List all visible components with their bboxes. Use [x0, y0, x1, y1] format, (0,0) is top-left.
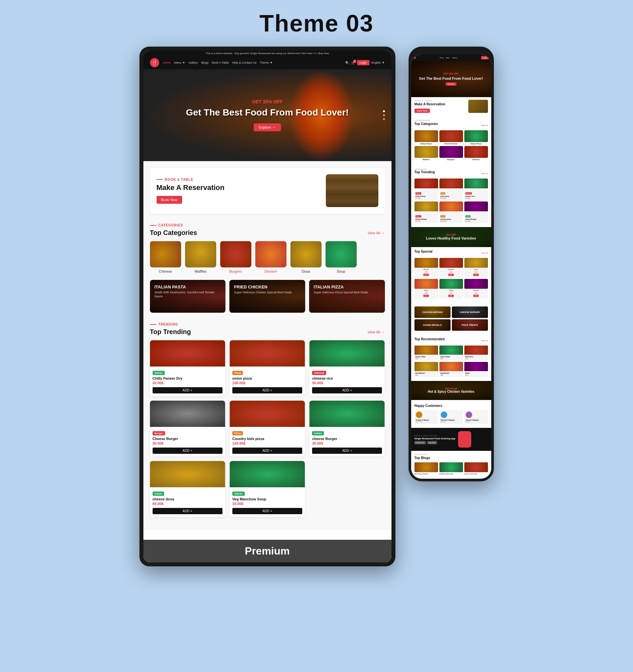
phone-special-add-4[interactable]: ADD — [423, 295, 428, 297]
category-burgers-name: Burgers — [229, 269, 242, 273]
trending-country-pizza-add-button[interactable]: ADD + — [232, 448, 302, 454]
hero-dot-1[interactable] — [383, 110, 385, 112]
nav-home[interactable]: Home — [163, 61, 171, 64]
phone-customer-review-2: Amazing! — [441, 421, 462, 423]
hero-discount-badge: GET 35% OFF — [186, 99, 349, 104]
phone-special-add-2[interactable]: ADD — [448, 274, 453, 276]
trending-onion-pizza-add-button[interactable]: ADD + — [232, 387, 302, 393]
phone-trending-price-2: 100.00$ — [440, 197, 462, 199]
trending-chinese-rice: Chinese chinese rice 50.00$ ADD + — [309, 340, 384, 396]
phone-explore-button[interactable]: Explore — [446, 82, 456, 86]
phone-special-image-3 — [464, 258, 488, 268]
phone-special-item-3: Curry 18$ ADD — [464, 258, 488, 278]
phone-special-add-3[interactable]: ADD — [473, 274, 478, 276]
trending-chilly: Starter Chilly Paneer Dry 20.00$ ADD + — [150, 340, 225, 396]
phone-nav-menu[interactable]: Menu — [446, 57, 450, 59]
phone-notch — [438, 49, 464, 53]
phone-recommended-view-all[interactable]: View All — [481, 340, 488, 342]
phone-category-waffles[interactable]: Waffles — [415, 146, 438, 161]
trending-row3: Indian cheese dosa 60.00$ ADD + Starter … — [150, 461, 385, 517]
nav-gallery[interactable]: Gallery — [188, 61, 198, 64]
featured-pizza[interactable]: ITALIAN PIZZA Super Delicious Pizza Spec… — [309, 280, 385, 313]
category-dosa[interactable]: Dosa — [290, 241, 322, 273]
phone-trending-item-6: Indian cheese Burger 30.00$ — [464, 201, 488, 223]
explore-button[interactable]: Explore → — [254, 123, 281, 131]
phone-special-item-4: Pizza 22$ ADD — [415, 279, 438, 298]
categories-view-all[interactable]: View All → — [368, 231, 384, 235]
trending-cheese-burger2-badge: Indian — [312, 431, 324, 435]
trending-cheese-dosa-add-button[interactable]: ADD + — [153, 508, 222, 514]
phone-r-body-1: Paneer Tikka 25$ — [415, 355, 438, 361]
phone-nav-home[interactable]: Home — [440, 57, 444, 59]
category-burgers[interactable]: Burgers — [220, 241, 251, 273]
phone-blog-1[interactable]: Best Italian Dishes — [415, 462, 438, 475]
phone-category-chicken[interactable]: Fried Chicken — [439, 130, 463, 145]
nav-book-table[interactable]: Book A Table — [212, 61, 229, 64]
trending-cheese-burger-body: Burger Cheese Burger 30.00$ ADD + — [150, 427, 225, 456]
phone-banner-burger[interactable]: CHEESE BURGER — [452, 307, 488, 318]
category-soup[interactable]: Soup — [326, 241, 357, 273]
phone-login-button[interactable]: Login — [481, 56, 488, 59]
nav-help[interactable]: Help & Contact Us — [232, 61, 256, 64]
phone-r-item-6: Kheer 15$ — [464, 362, 488, 377]
main-content: BOOK A TABLE Make A Reservation Book Now… — [143, 161, 392, 530]
phone-r-body-6: Kheer 15$ — [464, 371, 488, 377]
language-selector[interactable]: English ▼ — [372, 61, 385, 64]
phone-special-view-all[interactable]: View All — [481, 252, 488, 254]
trending-cheese-burger2-add-button[interactable]: ADD + — [312, 448, 382, 454]
trending-chilly-add-button[interactable]: ADD + — [153, 387, 222, 393]
featured-pasta[interactable]: ITALIAN PASTA Shells With Mushrooms, Zuc… — [150, 280, 226, 313]
phone-google-play-button[interactable]: Google Play — [415, 441, 426, 444]
phone-special-item-6: Dessert 12$ ADD — [464, 279, 488, 298]
phone-special-add-5[interactable]: ADD — [448, 295, 453, 297]
phone-banner-pizza[interactable]: PIZZA TREATS — [452, 319, 488, 331]
phone-category-pasta[interactable]: Italian Pasta — [415, 130, 438, 145]
nav-blogs[interactable]: Blogs — [201, 61, 209, 64]
phone-book-button[interactable]: Book Now — [415, 109, 430, 113]
trending-cheese-burger-add-button[interactable]: ADD + — [153, 448, 222, 454]
phone-blog-image-1 — [415, 462, 438, 472]
trending-manchow-soup-add-button[interactable]: ADD + — [232, 508, 302, 514]
phone-categories-view-all[interactable]: View All — [481, 124, 488, 126]
search-icon[interactable]: 🔍 — [345, 61, 349, 65]
category-chinese[interactable]: Chinese — [150, 241, 181, 273]
phone-special-name-4: Pizza — [415, 289, 438, 292]
phone-blog-2[interactable]: Healthy Eating Tips — [439, 462, 463, 475]
phone-special-item-2: Chicken 20$ ADD — [439, 258, 463, 278]
cart-icon[interactable]: 🛒 1 — [351, 61, 355, 65]
phone-category-pizza[interactable]: Italian Pizza — [464, 130, 488, 145]
phone-category-dessert[interactable]: Dessert — [464, 146, 488, 161]
nav-menu[interactable]: Menu ▼ — [174, 61, 185, 64]
phone-special-add-1[interactable]: ADD — [423, 274, 428, 276]
trending-view-all[interactable]: View All → — [368, 330, 384, 334]
navbar: 🍴 Home Menu ▼ Gallery Blogs Book A Table… — [143, 56, 392, 69]
phone-category-waffles-name: Waffles — [415, 159, 438, 161]
phone-customer-avatar-2 — [441, 411, 447, 418]
login-button[interactable]: Login — [357, 60, 370, 65]
category-soup-image — [326, 241, 357, 267]
phone-r-price-2: 18$ — [440, 358, 462, 360]
category-dessert[interactable]: Dessert — [255, 241, 286, 273]
featured-chicken[interactable]: FRIED CHICKEN Super Delicious Chicken Sp… — [229, 280, 305, 313]
phone-r-item-5: Veg Biryani 28$ — [439, 362, 463, 377]
nav-theme[interactable]: Theme ▼ — [260, 61, 272, 64]
phone-trending-body-2: Pizza onion pizza 100.00$ — [439, 188, 463, 200]
hero-dot-2[interactable] — [383, 114, 385, 116]
trending-chinese-rice-add-button[interactable]: ADD + — [312, 387, 382, 393]
phone-r-price-6: 15$ — [465, 374, 487, 376]
hero-dot-3[interactable] — [383, 118, 385, 120]
phone-special-header: Top Special View All — [415, 250, 488, 256]
phone-promo-section: 50% OFF Loves Healthy Food Varieties — [411, 227, 491, 247]
phone-blog-3[interactable]: Spicy Food Guide — [464, 462, 488, 475]
phone-trending-view-all[interactable]: View All — [481, 173, 488, 174]
phone-category-burgers[interactable]: Burgers — [439, 146, 463, 161]
phone-banner-biryani[interactable]: CHICKEN BIRYANI — [415, 307, 450, 318]
phone-blog-title-2: Healthy Eating Tips — [439, 473, 463, 475]
phone-special-add-6[interactable]: ADD — [473, 295, 478, 297]
book-now-button[interactable]: Book Now — [157, 196, 182, 204]
trending-placeholder — [309, 461, 384, 517]
phone-nav-gallery[interactable]: Gallery — [452, 57, 457, 59]
phone-banner-chana[interactable]: CHANA MASALA — [415, 319, 450, 331]
category-waffles[interactable]: Waffles — [185, 241, 216, 273]
phone-app-store-button[interactable]: App Store — [427, 441, 437, 444]
